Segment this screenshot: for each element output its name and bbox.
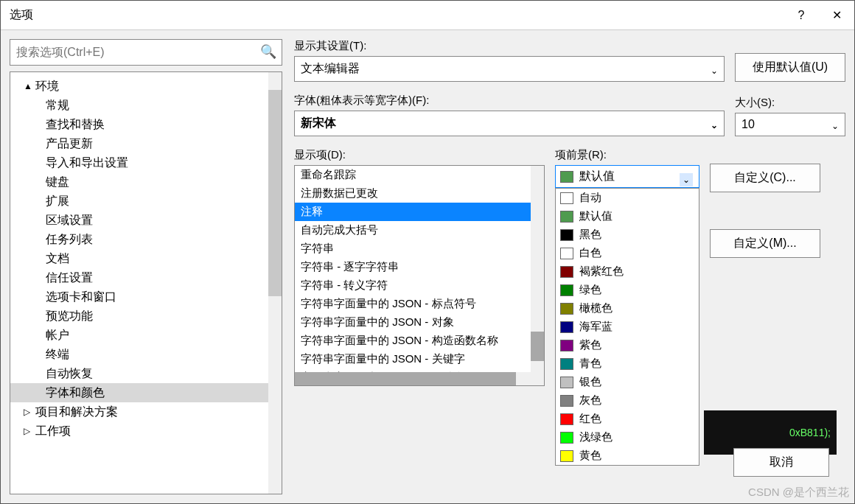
color-swatch	[560, 192, 573, 204]
main-column: 显示其设置(T): 文本编辑器⌄ 使用默认值(U) 字体(粗体表示等宽字体)(F…	[294, 39, 845, 494]
chevron-down-icon: ⌄	[711, 120, 718, 130]
category-tree[interactable]: ▲环境 常规查找和替换产品更新导入和导出设置键盘扩展区域设置任务列表文档信任设置…	[10, 71, 282, 494]
display-items-list[interactable]: 重命名跟踪注册数据已更改注释自动完成大括号字符串字符串 - 逐字字符串字符串 -…	[294, 165, 545, 386]
color-swatch	[560, 450, 573, 462]
color-swatch	[560, 395, 573, 407]
color-option[interactable]: 青色	[556, 354, 699, 373]
color-option[interactable]: 银色	[556, 373, 699, 391]
color-swatch	[560, 171, 573, 183]
search-box: 🔍	[10, 39, 282, 66]
tree-item[interactable]: 区域设置	[10, 211, 282, 230]
list-item[interactable]: 字符串字面量中的 JSON - 标点符号	[295, 295, 544, 313]
size-label: 大小(S):	[735, 96, 845, 110]
list-item[interactable]: 字符串	[295, 239, 544, 258]
color-swatch	[560, 303, 573, 315]
color-swatch	[560, 284, 573, 296]
color-swatch	[560, 266, 573, 278]
color-dropdown[interactable]: 自动默认值黑色白色褐紫红色绿色橄榄色海军蓝紫色青色银色灰色红色浅绿色黄色	[555, 188, 699, 466]
color-option[interactable]: 浅绿色	[556, 428, 699, 447]
dialog-title: 选项	[1, 7, 784, 23]
color-option[interactable]: 默认值	[556, 207, 699, 225]
color-swatch	[560, 377, 573, 388]
cancel-button[interactable]: 取消	[733, 448, 829, 477]
tree-item[interactable]: 信任设置	[10, 268, 282, 287]
color-option[interactable]: 褐紫红色	[556, 262, 699, 281]
list-item[interactable]: 字符串字面量中的 JSON - 关键字	[295, 350, 544, 368]
color-option[interactable]: 自动	[556, 189, 699, 207]
tree-root-projects[interactable]: ▷项目和解决方案	[10, 402, 282, 421]
color-swatch	[560, 211, 573, 223]
color-swatch	[560, 432, 573, 444]
color-option[interactable]: 海军蓝	[556, 318, 699, 336]
list-item[interactable]: 注释	[295, 203, 544, 221]
color-option[interactable]: 紫色	[556, 336, 699, 354]
tree-root-workitems[interactable]: ▷工作项	[10, 421, 282, 441]
close-button[interactable]: ✕	[819, 1, 854, 30]
tree-item[interactable]: 扩展	[10, 192, 282, 211]
options-dialog: 选项 ? ✕ 🔍 ▲环境 常规查找和替换产品更新导入和导出设置键盘扩展区域设置任…	[0, 0, 855, 504]
chevron-down-icon: ⌄	[711, 66, 718, 76]
search-input[interactable]	[10, 39, 282, 66]
color-option[interactable]: 红色	[556, 410, 699, 428]
list-hthumb[interactable]	[295, 372, 516, 385]
tree-item[interactable]: 产品更新	[10, 134, 282, 153]
tree-item[interactable]: 任务列表	[10, 230, 282, 249]
color-option[interactable]: 黑色	[556, 225, 699, 244]
left-column: 🔍 ▲环境 常规查找和替换产品更新导入和导出设置键盘扩展区域设置任务列表文档信任…	[10, 39, 282, 494]
tree-item[interactable]: 帐户	[10, 326, 282, 345]
list-item[interactable]: 字符串字面量中的 JSON - 构造函数名称	[295, 332, 544, 350]
font-select[interactable]: 新宋体⌄	[294, 111, 725, 136]
help-button[interactable]: ?	[784, 1, 819, 30]
settings-for-label: 显示其设置(T):	[294, 39, 725, 53]
tree-item[interactable]: 查找和替换	[10, 115, 282, 134]
fg-custom-button[interactable]: 自定义(C)...	[710, 164, 820, 192]
list-vthumb[interactable]	[531, 332, 544, 361]
color-swatch	[560, 340, 573, 351]
display-items-label: 显示项(D):	[294, 148, 545, 162]
settings-for-select[interactable]: 文本编辑器⌄	[294, 56, 725, 82]
color-swatch	[560, 321, 573, 333]
color-option[interactable]: 绿色	[556, 281, 699, 299]
color-swatch	[560, 358, 573, 370]
chevron-down-icon: ⌄	[831, 121, 839, 131]
tree-scroll-thumb[interactable]	[268, 90, 282, 296]
tree-item[interactable]: 字体和颜色	[10, 383, 282, 402]
bg-custom-button[interactable]: 自定义(M)...	[710, 229, 820, 258]
color-option[interactable]: 黄色	[556, 447, 699, 465]
list-vscrollbar[interactable]	[531, 166, 544, 385]
foreground-color-select[interactable]: 默认值 ⌄	[555, 165, 699, 188]
color-option[interactable]: 橄榄色	[556, 299, 699, 318]
tree-item[interactable]: 常规	[10, 96, 282, 115]
list-item[interactable]: 注册数据已更改	[295, 184, 544, 203]
content-area: 🔍 ▲环境 常规查找和替换产品更新导入和导出设置键盘扩展区域设置任务列表文档信任…	[1, 30, 854, 503]
list-item[interactable]: 字符串字面量中的 JSON - 对象	[295, 313, 544, 332]
use-defaults-button[interactable]: 使用默认值(U)	[735, 53, 845, 82]
expander-icon[interactable]: ▲	[24, 81, 32, 91]
tree-item[interactable]: 自动恢复	[10, 364, 282, 383]
list-hscrollbar[interactable]	[295, 372, 531, 385]
tree-item[interactable]: 终端	[10, 345, 282, 364]
foreground-label: 项前景(R):	[555, 148, 699, 162]
size-select[interactable]: 10⌄	[735, 113, 845, 136]
chevron-down-icon: ⌄	[680, 173, 693, 186]
collapsed-icon[interactable]: ▷	[24, 407, 32, 417]
titlebar: 选项 ? ✕	[1, 1, 854, 30]
tree-item[interactable]: 键盘	[10, 172, 282, 192]
font-label: 字体(粗体表示等宽字体)(F):	[294, 94, 725, 108]
tree-item[interactable]: 导入和导出设置	[10, 153, 282, 172]
tree-scrollbar[interactable]	[268, 72, 282, 494]
tree-root-environment[interactable]: ▲环境	[10, 77, 282, 96]
list-item[interactable]: 字符串 - 转义字符	[295, 276, 544, 295]
collapsed-icon[interactable]: ▷	[24, 426, 32, 436]
watermark: CSDN @是个西兰花	[748, 486, 849, 500]
tree-item[interactable]: 选项卡和窗口	[10, 287, 282, 307]
color-option[interactable]: 灰色	[556, 391, 699, 410]
tree-item[interactable]: 预览功能	[10, 307, 282, 326]
list-item[interactable]: 字符串 - 逐字字符串	[295, 258, 544, 276]
color-option[interactable]: 白色	[556, 244, 699, 262]
color-swatch	[560, 248, 573, 259]
search-icon[interactable]: 🔍	[260, 43, 276, 60]
list-item[interactable]: 自动完成大括号	[295, 221, 544, 239]
list-item[interactable]: 重命名跟踪	[295, 166, 544, 184]
tree-item[interactable]: 文档	[10, 249, 282, 268]
